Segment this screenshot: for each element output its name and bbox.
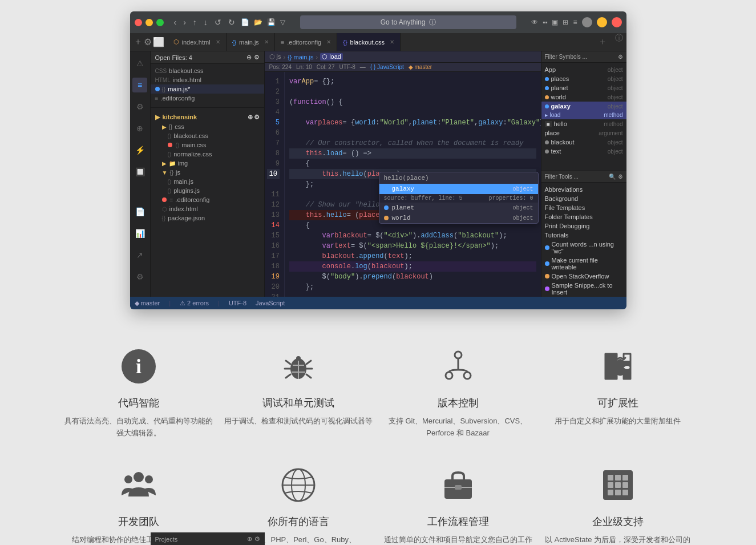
file-package-json[interactable]: {} package.json — [151, 213, 264, 223]
feature-icon-vcs — [435, 344, 481, 389]
tool-make-writeable[interactable]: Make current file writeable — [541, 256, 626, 272]
sidebar-icon-share[interactable]: ↗ — [132, 248, 147, 263]
sidebar-icon-files[interactable]: ≡ — [132, 78, 147, 92]
open-file-html[interactable]: HTML index.html — [151, 75, 264, 84]
add-tab-icon[interactable]: ＋ — [134, 36, 143, 48]
sidebar-icon-git[interactable]: ⊕ — [132, 121, 147, 136]
breadcrumb-mainjs[interactable]: {} main.js — [288, 54, 313, 60]
open-file-css[interactable]: CSS blackout.css — [151, 66, 264, 75]
feature-title-enterprise: 企业级支持 — [592, 515, 644, 528]
folder-css[interactable]: ▶ {} css — [151, 122, 264, 131]
tools-search-icon[interactable]: 🔍 — [609, 173, 616, 180]
tool-background[interactable]: Background — [541, 194, 626, 203]
symbol-world[interactable]: world object — [541, 92, 626, 102]
symbol-places[interactable]: places object — [541, 74, 626, 83]
symbol-load[interactable]: ▸load method — [541, 111, 626, 119]
maximize-button[interactable] — [156, 19, 164, 26]
symbol-app[interactable]: App object — [541, 65, 626, 74]
tab-options-icon[interactable]: ⚙ — [144, 37, 152, 47]
forward-button[interactable]: › — [181, 17, 188, 28]
file-normalize-css[interactable]: () normalize.css — [151, 150, 264, 159]
tab-close-icon[interactable]: ✕ — [216, 39, 220, 45]
sidebar-icon-gear[interactable]: ⚙ — [132, 269, 147, 284]
tool-count-words[interactable]: Count words ...n using "wc" — [541, 240, 626, 256]
code-line-18: blackout.append(text); — [289, 251, 536, 261]
file-plugins-js[interactable]: () plugins.js — [151, 186, 264, 195]
more-icon[interactable]: ▽ — [280, 18, 285, 26]
save-icon[interactable]: 💾 — [267, 18, 276, 26]
eye-icon[interactable]: 👁 — [531, 18, 538, 26]
tool-sample-snippet[interactable]: Sample Snippe...ck to Insert — [541, 281, 626, 297]
file-editorconfig[interactable]: ≡ .editorconfig — [151, 195, 264, 204]
tool-tutorials[interactable]: Tutorials — [541, 231, 626, 240]
layout3-icon[interactable]: ⊞ — [563, 18, 568, 26]
tab-main-js[interactable]: {} main.js ✕ — [227, 33, 275, 51]
autocomplete-item-world[interactable]: world object — [379, 213, 538, 223]
more2-icon[interactable]: ≡ — [573, 18, 577, 26]
branch-indicator: ◆ master — [409, 64, 432, 70]
refresh2-button[interactable]: ↻ — [226, 17, 237, 28]
project-add-icon[interactable]: ⊕ — [248, 114, 253, 121]
project-folder-header[interactable]: ▶ kitchensink ⊕ ⚙ — [151, 112, 264, 122]
symbol-galaxy[interactable]: galaxy object — [541, 102, 626, 111]
tab-list-icon[interactable]: ⬜ — [153, 37, 164, 47]
symbol-text[interactable]: text object — [541, 147, 626, 156]
file-main-css[interactable]: () main.css — [151, 140, 264, 150]
layout1-icon[interactable]: ▪▪ — [543, 18, 548, 26]
file-main-js[interactable]: () main.js — [151, 177, 264, 186]
minimize-button[interactable] — [145, 19, 153, 26]
tool-folder-templates[interactable]: Folder Templates — [541, 212, 626, 221]
tab-close-icon[interactable]: ✕ — [326, 39, 331, 45]
new-tab-button[interactable]: ＋ — [593, 33, 612, 51]
sidebar-icon-lightning[interactable]: ⚡ — [132, 143, 147, 158]
sidebar-icon-search[interactable]: ⚙ — [132, 99, 147, 114]
tab-close-icon[interactable]: ✕ — [390, 39, 394, 45]
tab-editorconfig[interactable]: ≡ .editorconfig ✕ — [275, 33, 337, 51]
project-gear-icon[interactable]: ⚙ — [254, 114, 260, 121]
tool-abbreviations[interactable]: Abbreviations — [541, 185, 626, 194]
refresh-button[interactable]: ↺ — [212, 17, 224, 28]
file-index-html[interactable]: ⬡ index.html — [151, 204, 264, 213]
sidebar-icon-chart[interactable]: 📊 — [132, 226, 147, 241]
open-file-config[interactable]: ≡ .editorconfig — [151, 94, 264, 103]
sidebar-icon-doc[interactable]: 📄 — [132, 204, 147, 219]
symbol-blackout[interactable]: blackout object — [541, 138, 626, 147]
autocomplete-item-planet[interactable]: planet object — [379, 203, 538, 213]
files-gear-icon[interactable]: ⚙ — [254, 54, 260, 61]
autocomplete-item-galaxy[interactable]: galaxy object — [379, 184, 538, 194]
feature-workflow: 工作流程管理 通过简单的文件和项目导航定义您自己的工作流程 — [384, 462, 532, 545]
svg-rect-29 — [622, 475, 628, 481]
folder-img[interactable]: ▶ 📁 img — [151, 159, 264, 168]
down-button[interactable]: ↓ — [201, 17, 210, 28]
new-file-icon[interactable]: 📄 — [241, 18, 249, 26]
goto-search[interactable]: Go to Anything ⓘ — [300, 15, 516, 29]
nav-buttons: ‹ › ↑ ↓ ↺ ↻ — [172, 17, 237, 28]
layout2-icon[interactable]: ▣ — [552, 18, 558, 26]
close-button[interactable] — [135, 19, 142, 26]
tab-close-icon[interactable]: ✕ — [264, 39, 269, 45]
lang-indicator[interactable]: { } JavaScript — [370, 64, 404, 70]
symbol-planet[interactable]: planet object — [541, 83, 626, 92]
up-button[interactable]: ↑ — [191, 17, 199, 28]
feature-title-team: 开发团队 — [118, 515, 159, 528]
sidebar-icon-box[interactable]: 🔲 — [132, 164, 147, 179]
file-blackout-css[interactable]: () blackout.css — [151, 131, 264, 140]
tool-print-debugging[interactable]: Print Debugging — [541, 221, 626, 231]
symbol-place[interactable]: place argument — [541, 128, 626, 138]
tool-stackoverflow[interactable]: Open StackOverflow — [541, 272, 626, 281]
symbol-hello[interactable]: ■hello method — [541, 119, 626, 128]
open-file-js[interactable]: {} main.js* — [151, 84, 264, 94]
sym-name: blackout — [551, 139, 575, 146]
svg-rect-25 — [455, 485, 462, 490]
tab-index-html[interactable]: ⬡ index.html ✕ — [168, 33, 227, 51]
files-menu-icon[interactable]: ⊕ — [246, 54, 252, 61]
tools-gear-icon[interactable]: ⚙ — [618, 173, 623, 180]
tab-blackout-css[interactable]: {} blackout.css ✕ — [337, 33, 401, 51]
sidebar-icon-alert[interactable]: ⚠ — [132, 56, 147, 71]
tool-file-templates[interactable]: File Templates — [541, 203, 626, 212]
folder-js[interactable]: ▼ {} js — [151, 168, 264, 177]
open-folder-icon[interactable]: 📂 — [254, 18, 262, 26]
symbol-gear-icon[interactable]: ⚙ — [618, 54, 623, 60]
tab-overflow-icon[interactable]: ⓘ — [612, 33, 626, 51]
back-button[interactable]: ‹ — [172, 17, 179, 28]
